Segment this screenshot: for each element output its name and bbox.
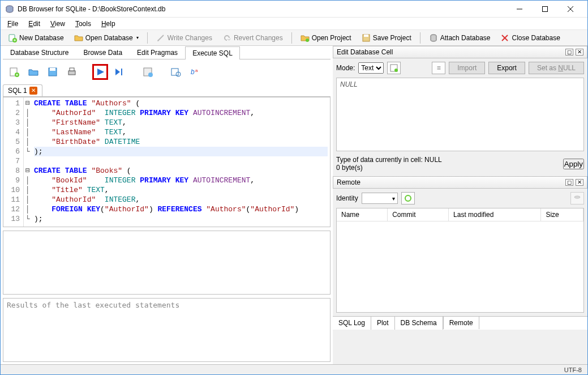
write-changes-icon xyxy=(156,33,165,42)
open-db-icon xyxy=(74,33,83,42)
menu-file[interactable]: File xyxy=(3,19,23,29)
undock-remote-button[interactable]: ◻ xyxy=(565,179,573,186)
cell-size-text: 0 byte(s) xyxy=(336,164,442,172)
main-toolbar: New Database Open Database ▾ Write Chang… xyxy=(1,30,587,46)
import-button[interactable]: Import xyxy=(449,62,485,74)
tab-edit-pragmas[interactable]: Edit Pragmas xyxy=(130,46,185,59)
save-sql-button[interactable] xyxy=(45,64,61,80)
mode-select[interactable]: Text xyxy=(358,62,384,74)
svg-rect-16 xyxy=(50,68,55,71)
tab-sql-log[interactable]: SQL Log xyxy=(333,317,371,330)
col-commit[interactable]: Commit xyxy=(388,208,449,221)
new-database-button[interactable]: New Database xyxy=(4,31,68,45)
close-button[interactable] xyxy=(557,1,583,17)
left-pane: Database Structure Browse Data Edit Prag… xyxy=(1,46,333,364)
identity-label: Identity xyxy=(336,194,358,202)
revert-changes-button[interactable]: Revert Changes xyxy=(218,31,287,45)
apply-button[interactable]: Apply xyxy=(563,159,584,169)
remote-toolbar: Identity ▾ xyxy=(333,189,587,208)
menu-tools[interactable]: Tools xyxy=(71,19,96,29)
sql-tab-label: SQL 1 xyxy=(8,87,27,95)
save-project-button[interactable]: Save Project xyxy=(358,31,415,45)
maximize-button[interactable] xyxy=(532,1,557,17)
close-remote-button[interactable]: ✕ xyxy=(576,179,583,186)
close-db-icon xyxy=(500,33,509,42)
write-changes-button[interactable]: Write Changes xyxy=(152,31,216,45)
svg-rect-9 xyxy=(364,35,368,37)
menu-view[interactable]: View xyxy=(46,19,70,29)
col-last-modified[interactable]: Last modified xyxy=(449,208,541,221)
execute-all-button[interactable] xyxy=(92,64,108,80)
close-database-button[interactable]: Close Database xyxy=(496,31,564,45)
tab-remote[interactable]: Remote xyxy=(443,316,479,329)
sql-editor[interactable]: 12345678910111213 ⊟││││└ ⊟││││└ CREATE T… xyxy=(3,97,331,227)
print-button[interactable] xyxy=(64,64,80,80)
remote-push-button[interactable] xyxy=(570,192,584,204)
find-button[interactable] xyxy=(168,64,184,80)
window-controls xyxy=(507,1,583,17)
new-db-icon xyxy=(8,33,17,42)
remote-title: Remote xyxy=(337,178,360,186)
col-size[interactable]: Size xyxy=(541,208,583,221)
open-project-icon xyxy=(301,33,310,42)
execute-line-button[interactable] xyxy=(111,64,127,80)
svg-rect-18 xyxy=(70,68,74,71)
bottom-tabbar: SQL Log Plot DB Schema Remote xyxy=(333,316,587,330)
svg-point-27 xyxy=(394,69,398,72)
open-db-dropdown-icon[interactable]: ▾ xyxy=(136,35,139,40)
tab-db-schema[interactable]: DB Schema xyxy=(395,317,443,330)
svg-point-28 xyxy=(405,195,411,201)
svg-point-21 xyxy=(148,73,153,77)
menu-help[interactable]: Help xyxy=(97,19,120,29)
svg-rect-2 xyxy=(542,6,547,11)
tab-database-structure[interactable]: Database Structure xyxy=(3,46,76,59)
export-button[interactable]: Export xyxy=(488,62,525,74)
open-project-button[interactable]: Open Project xyxy=(297,31,355,45)
toolbar-separator xyxy=(291,32,292,44)
edit-cell-body: Mode: Text ≡ Import Export Set as NULL N… xyxy=(333,58,587,176)
open-sql-file-button[interactable] xyxy=(25,64,41,80)
tab-execute-sql[interactable]: Execute SQL xyxy=(185,46,240,59)
cell-text-area[interactable]: NULL xyxy=(336,78,584,151)
results-pane: Results of the last executed statements xyxy=(3,298,331,362)
close-sql-tab-button[interactable]: ✕ xyxy=(29,87,37,95)
cell-type-info: Type of data currently in cell: NULL 0 b… xyxy=(336,156,584,172)
new-db-label: New Database xyxy=(19,34,64,42)
svg-rect-17 xyxy=(68,71,75,75)
close-db-label: Close Database xyxy=(512,34,560,42)
write-changes-label: Write Changes xyxy=(168,34,212,42)
indent-button[interactable]: ≡ xyxy=(432,62,445,74)
revert-changes-icon xyxy=(222,33,231,42)
sql-file-tabbar: SQL 1 ✕ xyxy=(3,84,331,97)
tab-browse-data[interactable]: Browse Data xyxy=(76,46,130,59)
close-edit-cell-button[interactable]: ✕ xyxy=(576,49,583,56)
remote-refresh-button[interactable] xyxy=(401,192,415,204)
remote-table[interactable]: Name Commit Last modified Size xyxy=(336,208,584,313)
undock-edit-cell-button[interactable]: ◻ xyxy=(565,49,573,56)
open-database-button[interactable]: Open Database ▾ xyxy=(70,31,143,45)
edit-cell-title: Edit Database Cell xyxy=(337,48,393,56)
statusbar: UTF-8 xyxy=(1,364,587,374)
svg-text:b: b xyxy=(191,68,195,76)
titlebar: DB Browser for SQLite - D:\BookStoreCont… xyxy=(1,1,587,18)
edit-cell-external-button[interactable] xyxy=(387,62,401,74)
col-name[interactable]: Name xyxy=(337,208,388,221)
attach-db-icon xyxy=(429,33,438,42)
edit-cell-toolbar: Mode: Text ≡ Import Export Set as NULL xyxy=(336,62,584,74)
sql-tab-1[interactable]: SQL 1 ✕ xyxy=(3,84,42,96)
find-replace-button[interactable]: ba xyxy=(187,64,203,80)
identity-select[interactable]: ▾ xyxy=(362,193,398,204)
save-results-button[interactable] xyxy=(140,64,156,80)
attach-database-button[interactable]: Attach Database xyxy=(425,31,495,45)
menu-edit[interactable]: Edit xyxy=(24,19,45,29)
code-area[interactable]: CREATE TABLE "Authors" ( "AuthorId" INTE… xyxy=(32,97,330,227)
fold-gutter[interactable]: ⊟││││└ ⊟││││└ xyxy=(24,97,32,227)
tab-plot[interactable]: Plot xyxy=(371,317,395,330)
minimize-button[interactable] xyxy=(507,1,532,17)
menubar: File Edit View Tools Help xyxy=(1,18,587,30)
set-null-button[interactable]: Set as NULL xyxy=(529,62,584,74)
open-db-label: Open Database xyxy=(85,34,133,42)
window-title: DB Browser for SQLite - D:\BookStoreCont… xyxy=(18,5,507,13)
save-project-label: Save Project xyxy=(373,34,411,42)
new-sql-tab-button[interactable] xyxy=(6,64,22,80)
